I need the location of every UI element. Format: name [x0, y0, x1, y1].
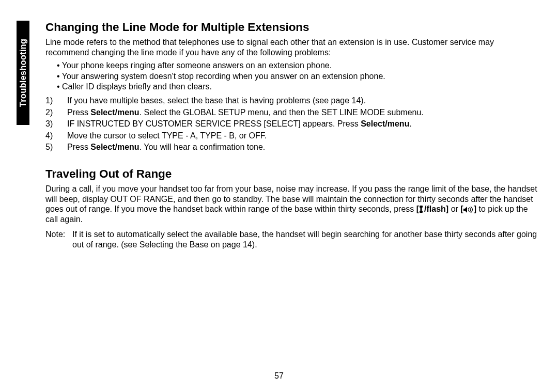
note-label: Note:	[45, 229, 72, 249]
list-item: 2)Press Select/menu. Select the GLOBAL S…	[57, 107, 537, 118]
flash-key: [/flash]	[416, 205, 448, 213]
list-item: Your phone keeps ringing after someone a…	[57, 60, 537, 71]
side-tab-troubleshooting: Troubleshooting	[17, 21, 29, 125]
page: Troubleshooting Changing the Line Mode f…	[0, 0, 558, 392]
step-bold: Select/menu	[361, 119, 409, 128]
step-text: Move the cursor to select TYPE - A, TYPE…	[67, 131, 267, 140]
page-number: 57	[0, 371, 558, 381]
list-item: Your answering system doesn't stop recor…	[57, 71, 537, 82]
procedure-steps: 1)If you have multiple bases, select the…	[57, 95, 537, 153]
problem-bullets: Your phone keeps ringing after someone a…	[57, 60, 537, 92]
step-text: IF INSTRUCTED BY CUSTOMER SERVICE PRESS …	[67, 119, 361, 128]
step-text: . Select the GLOBAL SETUP menu, and then…	[140, 108, 424, 117]
section-out-of-range: Traveling Out of Range During a call, if…	[45, 167, 537, 249]
step-text: Press	[67, 108, 90, 117]
step-bold: Select/menu	[90, 143, 139, 151]
list-item: 4)Move the cursor to select TYPE - A, TY…	[57, 130, 537, 142]
speaker-icon	[463, 207, 474, 213]
intro-paragraph: Line mode refers to the method that tele…	[45, 37, 537, 57]
note-row: Note: If it is set to automatically sele…	[45, 229, 537, 249]
list-item: 5)Press Select/menu. You will hear a con…	[57, 142, 537, 153]
list-item: 1)If you have multiple bases, select the…	[57, 95, 537, 106]
step-text: If you have multiple bases, select the b…	[67, 96, 366, 105]
step-text: . You will hear a confirmation tone.	[140, 143, 266, 151]
speaker-key: []	[460, 205, 476, 213]
step-text: .	[409, 119, 411, 128]
step-text: Press	[67, 143, 90, 151]
list-item: 3)IF INSTRUCTED BY CUSTOMER SERVICE PRES…	[57, 118, 537, 130]
step-bold: Select/menu	[90, 108, 139, 117]
bracket: /flash]	[424, 205, 448, 213]
heading-line-mode: Changing the Line Mode for Multiple Exte…	[45, 21, 537, 34]
heading-out-of-range: Traveling Out of Range	[45, 167, 537, 181]
phone-icon	[419, 206, 424, 213]
range-paragraph: During a call, if you move your handset …	[45, 184, 537, 224]
side-tab-label: Troubleshooting	[18, 39, 28, 107]
list-item: Caller ID displays briefly and then clea…	[57, 82, 537, 92]
text: or	[448, 205, 460, 213]
note-body: If it is set to automatically select the…	[72, 229, 537, 249]
